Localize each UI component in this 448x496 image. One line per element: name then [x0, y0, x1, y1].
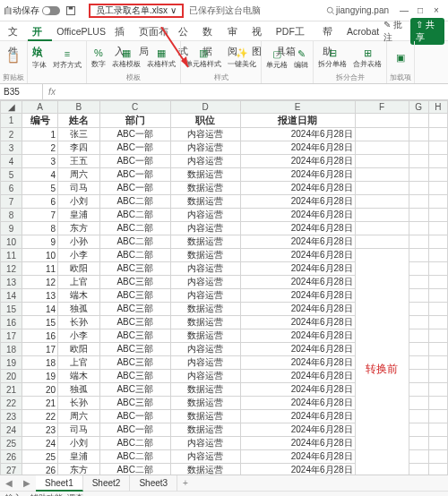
- cell[interactable]: 李四: [58, 141, 100, 155]
- tab-帮助[interactable]: 帮助: [318, 21, 342, 41]
- name-box[interactable]: B35: [0, 84, 43, 99]
- tab-数据[interactable]: 数据: [198, 21, 222, 41]
- cell[interactable]: 东方: [58, 222, 100, 235]
- cell[interactable]: ABC三部: [99, 262, 170, 276]
- col-header-E[interactable]: E: [240, 101, 355, 114]
- accessibility-status[interactable]: 辅助功能: 调查: [30, 492, 83, 496]
- tab-OfficePLUS[interactable]: OfficePLUS: [52, 21, 110, 41]
- row-header[interactable]: 14: [1, 289, 22, 303]
- cell[interactable]: ABC一部: [99, 410, 170, 423]
- autosave-toggle[interactable]: [42, 6, 60, 15]
- cell[interactable]: 内容运营: [170, 437, 240, 450]
- cell[interactable]: 2024年6月28日: [240, 195, 355, 209]
- cell[interactable]: ABC三部: [99, 303, 170, 316]
- fx-icon[interactable]: fx: [43, 87, 61, 97]
- table-style-button[interactable]: ▦表格样式: [145, 47, 177, 69]
- cell[interactable]: 欧阳: [58, 262, 100, 276]
- cell[interactable]: ABC一部: [99, 141, 170, 155]
- cell[interactable]: 19: [22, 370, 58, 383]
- cell[interactable]: ABC一部: [99, 128, 170, 141]
- col-header-D[interactable]: D: [170, 101, 240, 114]
- sheet-tab-Sheet3[interactable]: Sheet3: [130, 475, 177, 492]
- table-template-button[interactable]: ▦表格模板: [110, 47, 142, 69]
- cell[interactable]: ABC二部: [99, 450, 170, 464]
- cell[interactable]: 24: [22, 437, 58, 450]
- cell[interactable]: 2024年6月28日: [240, 276, 355, 289]
- cell[interactable]: 小李: [58, 249, 100, 262]
- cell[interactable]: 东方: [58, 464, 100, 475]
- col-header-H[interactable]: H: [428, 101, 447, 114]
- row-header[interactable]: 18: [1, 343, 22, 356]
- row-header[interactable]: 11: [1, 249, 22, 262]
- cell[interactable]: 8: [22, 222, 58, 235]
- cell-button[interactable]: ▢单元格: [264, 47, 289, 70]
- row-header[interactable]: 21: [1, 383, 22, 397]
- table-header[interactable]: 部门: [99, 114, 170, 128]
- cell[interactable]: ABC三部: [99, 329, 170, 343]
- cell[interactable]: 2024年6月28日: [240, 168, 355, 182]
- save-icon[interactable]: [65, 5, 76, 16]
- cell[interactable]: 数据运营: [170, 168, 240, 182]
- cell[interactable]: ABC二部: [99, 249, 170, 262]
- cell[interactable]: 数据运营: [170, 383, 240, 397]
- col-header-G[interactable]: G: [409, 101, 428, 114]
- cell[interactable]: ABC三部: [99, 370, 170, 383]
- cell[interactable]: 2: [22, 141, 58, 155]
- cell[interactable]: 2024年6月28日: [240, 329, 355, 343]
- cell[interactable]: 长孙: [58, 397, 100, 410]
- cell[interactable]: 25: [22, 450, 58, 464]
- cell[interactable]: 2024年6月28日: [240, 423, 355, 437]
- sheet-tab-Sheet1[interactable]: Sheet1: [36, 475, 83, 492]
- addin-button[interactable]: ▣: [394, 52, 407, 64]
- cell[interactable]: ABC三部: [99, 276, 170, 289]
- row-header[interactable]: 27: [1, 464, 22, 475]
- cell[interactable]: 21: [22, 397, 58, 410]
- row-header[interactable]: 22: [1, 397, 22, 410]
- cell[interactable]: 上官: [58, 276, 100, 289]
- cell[interactable]: ABC二部: [99, 195, 170, 209]
- align-button[interactable]: ≡对齐方式: [51, 47, 83, 70]
- col-header-B[interactable]: B: [58, 101, 100, 114]
- cell[interactable]: 7: [22, 209, 58, 222]
- search-icon[interactable]: [325, 5, 336, 16]
- edit-button[interactable]: ✎编辑: [292, 47, 310, 70]
- cell[interactable]: 26: [22, 464, 58, 475]
- cell[interactable]: 数据运营: [170, 303, 240, 316]
- cell[interactable]: 内容运营: [170, 276, 240, 289]
- cell[interactable]: 内容运营: [170, 155, 240, 168]
- cell[interactable]: ABC三部: [99, 343, 170, 356]
- tab-视图[interactable]: 视图: [247, 21, 271, 41]
- cell[interactable]: 10: [22, 249, 58, 262]
- cell[interactable]: 数据运营: [170, 397, 240, 410]
- cell[interactable]: ABC三部: [99, 383, 170, 397]
- row-header[interactable]: 12: [1, 262, 22, 276]
- cell[interactable]: 2024年6月28日: [240, 289, 355, 303]
- cell[interactable]: 内容运营: [170, 209, 240, 222]
- cell[interactable]: 数据运营: [170, 423, 240, 437]
- cell[interactable]: 2024年6月28日: [240, 370, 355, 383]
- cell[interactable]: 小孙: [58, 235, 100, 249]
- cell[interactable]: 内容运营: [170, 450, 240, 464]
- row-header[interactable]: 4: [1, 155, 22, 168]
- cell[interactable]: ABC二部: [99, 222, 170, 235]
- cell[interactable]: ABC三部: [99, 289, 170, 303]
- close-button[interactable]: ×: [430, 5, 443, 15]
- cell[interactable]: 内容运营: [170, 370, 240, 383]
- cell[interactable]: 15: [22, 316, 58, 329]
- maximize-button[interactable]: □: [414, 5, 426, 15]
- cell[interactable]: 小刘: [58, 437, 100, 450]
- row-header[interactable]: 1: [1, 114, 22, 128]
- cell[interactable]: 数据运营: [170, 329, 240, 343]
- cell[interactable]: 内容运营: [170, 356, 240, 370]
- grid[interactable]: ◢ABCDEFGH 1编号姓名部门职位报道日期2 1 张三 ABC一部 内容运营…: [0, 100, 448, 475]
- cell[interactable]: 2024年6月28日: [240, 316, 355, 329]
- cell[interactable]: 2024年6月28日: [240, 383, 355, 397]
- cell[interactable]: 周六: [58, 168, 100, 182]
- row-header[interactable]: 15: [1, 303, 22, 316]
- cell[interactable]: 小李: [58, 329, 100, 343]
- cell[interactable]: 内容运营: [170, 343, 240, 356]
- cell[interactable]: 王五: [58, 155, 100, 168]
- cell[interactable]: 数据运营: [170, 235, 240, 249]
- cell[interactable]: 内容运营: [170, 141, 240, 155]
- row-header[interactable]: 26: [1, 450, 22, 464]
